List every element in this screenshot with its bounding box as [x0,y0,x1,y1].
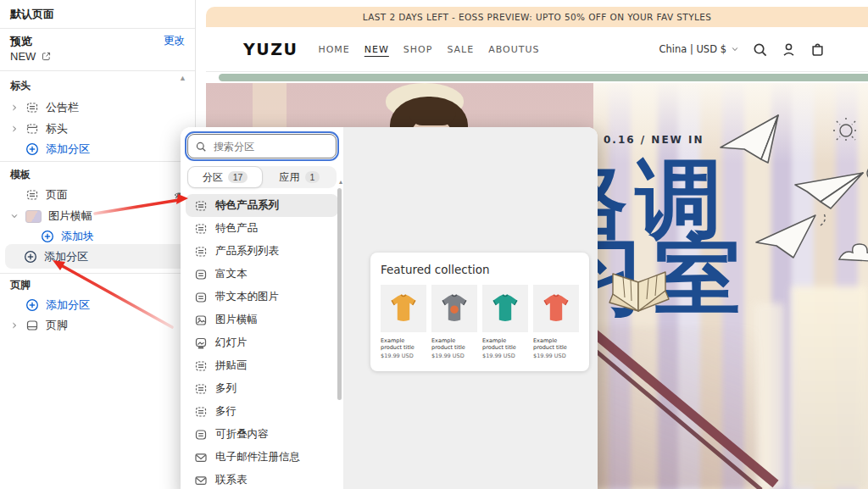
tshirt-illustration [539,293,573,324]
product-price: $19.99 USD [381,353,426,359]
footer-icon [25,319,39,332]
section-item-label: 特色产品 [215,221,258,236]
product-card: Example product title $19.99 USD [381,285,426,359]
product-price: $19.99 USD [431,353,477,359]
tab-apps[interactable]: 应用 1 [263,166,337,188]
tab-label: 分区 [203,170,223,185]
chevron-right-icon[interactable] [10,103,19,112]
preview-label: 预览 [10,34,32,49]
slideshow-icon [194,336,208,350]
locale-selector[interactable]: China | USD $ [659,43,739,55]
section-item-featured-collection[interactable]: 特色产品系列 [186,194,338,217]
richtext-icon [194,428,208,442]
section-item-collage[interactable]: 拼贴画 [186,354,338,377]
add-section-button-footer[interactable]: 添加分区 [25,295,90,315]
product-image [533,285,579,332]
sidebar-item-announcement-bar[interactable]: 公告栏 [10,97,79,118]
add-section-button-header[interactable]: 添加分区 [25,139,90,159]
product-title: Example product title [431,337,477,352]
search-icon[interactable] [752,42,768,58]
nav-item-shop[interactable]: SHOP [403,44,433,55]
section-item-multicolumn[interactable]: 多列 [186,377,338,400]
divider [0,273,195,274]
add-block-label: 添加块 [61,229,94,244]
nav-menu: HOME NEW SHOP SALE ABOUTUS [318,44,539,55]
sidebar-item-label: 标头 [46,121,68,136]
tab-label: 应用 [280,170,300,185]
nav-item-sale[interactable]: SALE [447,44,474,55]
cart-icon[interactable] [810,42,826,58]
popup-scrollbar[interactable] [337,188,342,400]
sidebar-item-header[interactable]: 标头 [10,119,68,139]
product-card: Example product title $19.99 USD [431,285,477,359]
image-banner-thumbnail [25,210,42,223]
external-link-icon[interactable] [41,51,52,62]
section-item-rich-text[interactable]: 富文本 [186,263,338,286]
nav-item-new[interactable]: NEW [364,44,389,55]
email-icon [194,451,208,464]
section-item-label: 富文本 [215,267,248,281]
section-item-label: 多行 [215,404,236,419]
section-icon [194,359,208,373]
section-item-label: 拼贴画 [215,358,248,373]
section-item-contact-form[interactable]: 联系表 [186,469,338,489]
store-logo[interactable]: YUZU [243,40,298,58]
sidebar-item-label: 公告栏 [46,100,79,115]
storefront-nav: YUZU HOME NEW SHOP SALE ABOUTUS China | … [206,27,868,72]
popup-scroll-up[interactable]: ▴ [339,178,342,186]
sections-count-badge: 17 [228,171,248,183]
sidebar-item-label: 页面 [46,187,68,203]
section-item-slideshow[interactable]: 幻灯片 [186,331,338,354]
section-item-collection-list[interactable]: 产品系列列表 [186,240,338,263]
nav-item-home[interactable]: HOME [318,44,349,55]
nav-item-aboutus[interactable]: ABOUTUS [488,44,539,55]
chevron-right-icon[interactable] [10,321,19,330]
product-grid: Example product title $19.99 USD Example… [381,285,579,359]
tshirt-illustration [437,293,471,324]
product-price: $19.99 USD [533,353,579,359]
chevron-right-icon[interactable] [10,125,19,133]
announcement-text: LAST 2 DAYS LEFT - EOSS PREVIEW: UPTO 50… [363,12,712,22]
tshirt-illustration [488,293,522,324]
section-item-collapsible-content[interactable]: 可折叠内容 [186,423,338,446]
section-icon [194,405,208,419]
announcement-bar: LAST 2 DAYS LEFT - EOSS PREVIEW: UPTO 50… [206,7,868,27]
paper-planes-doodle [712,107,868,289]
section-search-box[interactable] [187,134,337,158]
banner-date-text: 0.16 / NEW IN [604,134,704,146]
sidebar-item-image-banner[interactable]: 图片横幅 [10,206,92,226]
sidebar-scroll-up[interactable]: ▲ [179,75,186,82]
tab-sections[interactable]: 分区 17 [187,166,263,188]
section-icon [194,222,208,236]
section-item-image-banner[interactable]: 图片横幅 [186,308,338,331]
image-icon [194,314,208,327]
template-group-label: 模板 [10,168,31,182]
section-item-label: 特色产品系列 [215,198,279,213]
product-title: Example product title [533,337,579,352]
section-icon [25,101,39,114]
product-image [381,285,426,332]
richtext-icon [194,291,208,304]
change-preview-link[interactable]: 更改 [164,34,185,49]
section-icon [194,245,208,258]
sidebar-item-label: 图片横幅 [48,208,92,224]
product-card: Example product title $19.99 USD [533,285,579,359]
section-icon [25,188,39,202]
section-item-label: 产品系列列表 [215,244,279,258]
sidebar-item-page[interactable]: 页面 [25,185,185,205]
stair-railing [593,310,868,489]
section-item-image-with-text[interactable]: 带文本的图片 [186,286,338,308]
account-icon[interactable] [781,42,797,58]
section-search-input[interactable] [212,140,329,153]
add-section-button-template[interactable]: 添加分区 [5,244,190,269]
sidebar-item-footer[interactable]: 页脚 [10,315,68,336]
section-item-label: 多列 [215,381,236,396]
section-item-email-signup[interactable]: 电子邮件注册信息 [186,446,338,469]
section-item-multirow[interactable]: 多行 [186,400,338,423]
divider [0,28,195,29]
section-item-featured-product[interactable]: 特色产品 [186,217,338,240]
chevron-down-icon[interactable] [10,212,19,220]
product-image [431,285,477,332]
product-title: Example product title [381,337,426,352]
header-icon [25,122,39,136]
